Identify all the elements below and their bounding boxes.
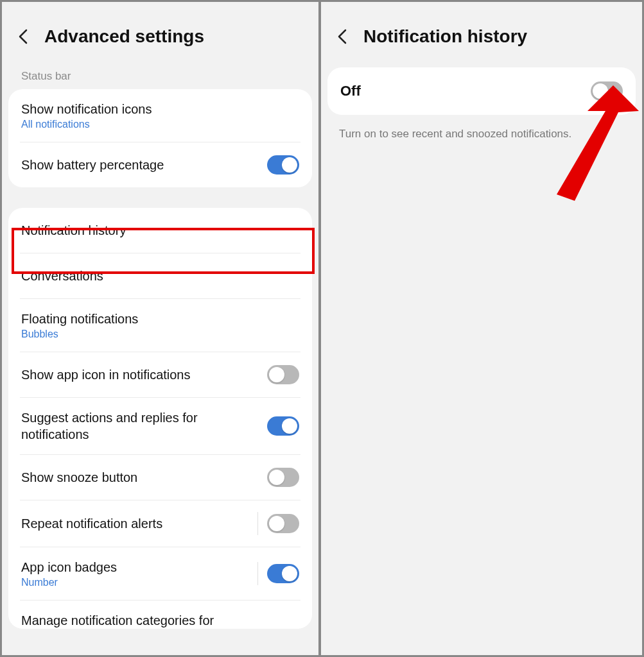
- page-title: Notification history: [363, 26, 527, 47]
- chevron-left-icon: [17, 29, 30, 44]
- manage-categories-row[interactable]: Manage notification categories for: [8, 601, 312, 629]
- header: Notification history: [321, 2, 642, 65]
- show-snooze-row[interactable]: Show snooze button: [8, 455, 312, 500]
- show-battery-percentage-row[interactable]: Show battery percentage: [8, 142, 312, 187]
- show-notification-icons-row[interactable]: Show notification icons All notification…: [8, 89, 312, 142]
- row-title: Conversations: [21, 268, 299, 284]
- history-toggle-card: Off: [327, 67, 636, 115]
- show-snooze-toggle[interactable]: [267, 468, 299, 487]
- toggle-separator: [257, 562, 258, 585]
- app-icon-badges-row[interactable]: App icon badges Number: [8, 547, 312, 600]
- conversations-row[interactable]: Conversations: [8, 253, 312, 298]
- repeat-alerts-toggle[interactable]: [267, 514, 299, 533]
- toggle-separator: [257, 512, 258, 535]
- app-icon-badges-toggle[interactable]: [267, 564, 299, 583]
- row-title: Suggest actions and replies for notifica…: [21, 409, 233, 443]
- chevron-left-icon: [336, 29, 349, 44]
- notification-history-screen: Notification history Off Turn on to see …: [320, 0, 644, 657]
- row-title: Floating notifications: [21, 311, 299, 327]
- repeat-alerts-row[interactable]: Repeat notification alerts: [8, 500, 312, 547]
- back-button[interactable]: [334, 28, 352, 46]
- show-app-icon-row[interactable]: Show app icon in notifications: [8, 352, 312, 397]
- row-title: Show app icon in notifications: [21, 366, 267, 383]
- advanced-settings-screen: Advanced settings Status bar Show notifi…: [0, 0, 320, 657]
- description-text: Turn on to see recent and snoozed notifi…: [321, 115, 642, 142]
- notifications-group: Notification history Conversations Float…: [8, 208, 312, 629]
- battery-percentage-toggle[interactable]: [267, 155, 299, 175]
- row-title: Manage notification categories for: [21, 612, 299, 629]
- header: Advanced settings: [2, 2, 318, 65]
- suggest-actions-row[interactable]: Suggest actions and replies for notifica…: [8, 398, 312, 454]
- row-subtitle: Bubbles: [21, 328, 299, 340]
- row-subtitle: All notifications: [21, 119, 299, 130]
- toggle-knob: [269, 470, 284, 485]
- toggle-knob: [269, 516, 284, 531]
- show-app-icon-toggle[interactable]: [267, 365, 299, 384]
- toggle-knob: [269, 367, 284, 382]
- row-title: Show notification icons: [21, 101, 299, 117]
- row-title: Notification history: [21, 222, 299, 239]
- row-title: App icon badges: [21, 559, 257, 576]
- page-title: Advanced settings: [44, 26, 204, 47]
- floating-notifications-row[interactable]: Floating notifications Bubbles: [8, 299, 312, 352]
- row-title: Show battery percentage: [21, 157, 267, 173]
- toggle-knob: [593, 83, 608, 99]
- toggle-knob: [282, 418, 297, 434]
- back-button[interactable]: [15, 28, 33, 46]
- notification-history-row[interactable]: Notification history: [8, 208, 312, 253]
- toggle-state-label: Off: [340, 83, 361, 99]
- row-title: Repeat notification alerts: [21, 515, 257, 532]
- toggle-knob: [282, 566, 297, 581]
- status-bar-group: Show notification icons All notification…: [8, 89, 312, 187]
- notification-history-toggle[interactable]: [591, 81, 623, 101]
- row-subtitle: Number: [21, 577, 257, 588]
- suggest-actions-toggle[interactable]: [267, 416, 299, 436]
- section-label-status-bar: Status bar: [2, 65, 318, 89]
- toggle-knob: [282, 157, 297, 173]
- row-title: Show snooze button: [21, 469, 267, 486]
